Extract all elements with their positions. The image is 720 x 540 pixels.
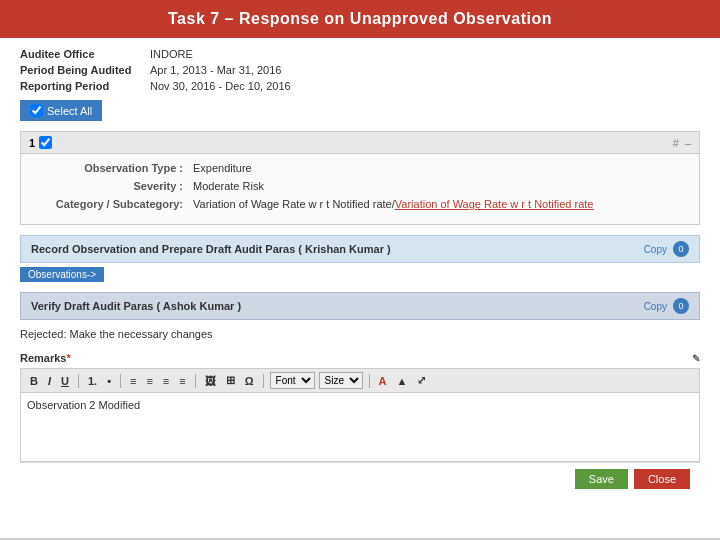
remarks-text-area[interactable]: Observation 2 Modified bbox=[20, 392, 700, 462]
hash-icon: # bbox=[673, 137, 679, 149]
reporting-value: Nov 30, 2016 - Dec 10, 2016 bbox=[150, 80, 291, 92]
select-all-checkbox[interactable] bbox=[30, 104, 43, 117]
verify-section-label: Verify Draft Audit Paras ( Ashok Kumar ) bbox=[31, 300, 241, 312]
main-container: Auditee Office INDORE Period Being Audit… bbox=[0, 38, 720, 538]
ol-button[interactable]: 1. bbox=[85, 374, 100, 388]
verify-section-actions: Copy 0 bbox=[644, 298, 689, 314]
obs-category-label: Category / Subcategory: bbox=[33, 198, 193, 210]
align-justify-button[interactable]: ≡ bbox=[176, 374, 188, 388]
special-char-button[interactable]: Ω bbox=[242, 374, 257, 388]
italic-button[interactable]: I bbox=[45, 374, 54, 388]
reporting-label: Reporting Period bbox=[20, 80, 150, 92]
select-all-button[interactable]: Select All bbox=[20, 100, 102, 121]
table-button[interactable]: ⊞ bbox=[223, 373, 238, 388]
obs-type-label: Observation Type : bbox=[33, 162, 193, 174]
remarks-content: Observation 2 Modified bbox=[27, 399, 140, 411]
obs-category-link[interactable]: Variation of Wage Rate w r t Notified ra… bbox=[395, 198, 594, 210]
remarks-label-text: Remarks* bbox=[20, 352, 71, 364]
period-label: Period Being Audited bbox=[20, 64, 150, 76]
fullscreen-button[interactable]: ⤢ bbox=[414, 373, 429, 388]
auditee-row: Auditee Office INDORE bbox=[20, 48, 700, 60]
align-center-button[interactable]: ≡ bbox=[143, 374, 155, 388]
image-button[interactable]: 🖼 bbox=[202, 374, 219, 388]
auditee-value: INDORE bbox=[150, 48, 193, 60]
remarks-label-row: Remarks* ✎ bbox=[20, 352, 700, 364]
observations-tag[interactable]: Observations-> bbox=[20, 267, 104, 282]
size-select[interactable]: Size bbox=[319, 372, 363, 389]
align-right-button[interactable]: ≡ bbox=[160, 374, 172, 388]
toolbar-separator-1 bbox=[78, 374, 79, 388]
toolbar-separator-2 bbox=[120, 374, 121, 388]
record-count-badge: 0 bbox=[673, 241, 689, 257]
remarks-edit-icon[interactable]: ✎ bbox=[692, 353, 700, 364]
remarks-required: * bbox=[66, 352, 70, 364]
record-section-label: Record Observation and Prepare Draft Aud… bbox=[31, 243, 391, 255]
bottom-bar: Save Close bbox=[20, 462, 700, 495]
minus-icon[interactable]: – bbox=[685, 137, 691, 149]
title-bar: Task 7 – Response on Unapproved Observat… bbox=[0, 0, 720, 38]
rejected-text: Rejected: Make the necessary changes bbox=[20, 324, 700, 344]
info-section: Auditee Office INDORE Period Being Audit… bbox=[20, 48, 700, 92]
obs-category-row: Category / Subcategory: Variation of Wag… bbox=[33, 198, 687, 210]
obs-severity-label: Severity : bbox=[33, 180, 193, 192]
obs-number: 1 bbox=[29, 136, 52, 149]
verify-count-badge: 0 bbox=[673, 298, 689, 314]
period-row: Period Being Audited Apr 1, 2013 - Mar 3… bbox=[20, 64, 700, 76]
toolbar-separator-3 bbox=[195, 374, 196, 388]
font-select[interactable]: Font bbox=[270, 372, 315, 389]
obs-body: Observation Type : Expenditure Severity … bbox=[21, 154, 699, 224]
verify-section: Verify Draft Audit Paras ( Ashok Kumar )… bbox=[20, 292, 700, 344]
obs-checkbox[interactable] bbox=[39, 136, 52, 149]
toolbar-separator-5 bbox=[369, 374, 370, 388]
record-section-bar[interactable]: Record Observation and Prepare Draft Aud… bbox=[20, 235, 700, 263]
record-section-actions: Copy 0 bbox=[644, 241, 689, 257]
record-copy-link[interactable]: Copy bbox=[644, 244, 667, 255]
remarks-section: Remarks* ✎ B I U 1. • ≡ ≡ ≡ ≡ 🖼 ⊞ Ω Font bbox=[20, 352, 700, 462]
verify-section-bar[interactable]: Verify Draft Audit Paras ( Ashok Kumar )… bbox=[20, 292, 700, 320]
color-button[interactable]: A bbox=[376, 374, 390, 388]
underline-button[interactable]: U bbox=[58, 374, 72, 388]
observation-card: 1 # – Observation Type : Expenditure Sev… bbox=[20, 131, 700, 225]
observation-header: 1 # – bbox=[21, 132, 699, 154]
obs-actions: # – bbox=[673, 137, 691, 149]
bold-button[interactable]: B bbox=[27, 374, 41, 388]
period-value: Apr 1, 2013 - Mar 31, 2016 bbox=[150, 64, 281, 76]
obs-type-value: Expenditure bbox=[193, 162, 252, 174]
page-title: Task 7 – Response on Unapproved Observat… bbox=[168, 10, 552, 27]
ul-button[interactable]: • bbox=[104, 374, 114, 388]
remarks-toolbar: B I U 1. • ≡ ≡ ≡ ≡ 🖼 ⊞ Ω Font Size A ▲ bbox=[20, 368, 700, 392]
obs-category-value: Variation of Wage Rate w r t Notified ra… bbox=[193, 198, 593, 210]
obs-type-row: Observation Type : Expenditure bbox=[33, 162, 687, 174]
save-button[interactable]: Save bbox=[575, 469, 628, 489]
highlight-button[interactable]: ▲ bbox=[393, 374, 410, 388]
obs-severity-value: Moderate Risk bbox=[193, 180, 264, 192]
auditee-label: Auditee Office bbox=[20, 48, 150, 60]
verify-copy-link[interactable]: Copy bbox=[644, 301, 667, 312]
obs-severity-row: Severity : Moderate Risk bbox=[33, 180, 687, 192]
reporting-row: Reporting Period Nov 30, 2016 - Dec 10, … bbox=[20, 80, 700, 92]
close-button[interactable]: Close bbox=[634, 469, 690, 489]
align-left-button[interactable]: ≡ bbox=[127, 374, 139, 388]
toolbar-separator-4 bbox=[263, 374, 264, 388]
